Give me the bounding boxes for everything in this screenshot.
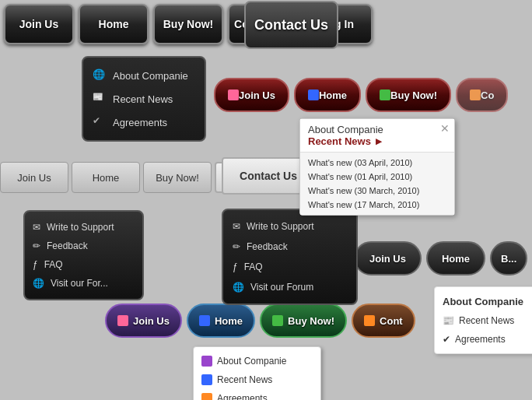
mail-icon2: ✉ <box>233 221 240 232</box>
pencil-icon2: ✏ <box>233 241 240 252</box>
dd5-agreements[interactable]: Agreements <box>194 389 320 400</box>
dd2-about-title: About Companie <box>308 124 446 135</box>
check-icon2: ✔ <box>443 334 450 345</box>
btn-home-gray[interactable]: Home <box>72 162 140 193</box>
sub-feedback[interactable]: ✏ Feedback <box>25 237 142 255</box>
btn-home-red[interactable]: Home <box>294 78 361 112</box>
btn-buy-dark2[interactable]: B... <box>490 241 527 275</box>
btn-home-top[interactable]: Home <box>79 4 149 44</box>
dd1-news[interactable]: 📰 Recent News <box>83 87 205 111</box>
dd1-agreements[interactable]: ✔ Agreements <box>83 111 205 134</box>
dd4-recent-news[interactable]: 📰 Recent News <box>435 311 532 330</box>
buy-color-icon <box>272 315 283 326</box>
join-color-icon <box>117 315 128 326</box>
dropdown-about: 🌐 About Companie 📰 Recent News ✔ Agreeme… <box>82 56 206 142</box>
btn-contact-red[interactable]: Co <box>456 78 508 112</box>
btn-join-color[interactable]: Join Us <box>105 304 182 338</box>
check-icon: ✔ <box>93 115 107 129</box>
btn-join-red[interactable]: Join Us <box>214 78 289 112</box>
dropdown-bottom-right: About Companie 📰 Recent News ✔ Agreement… <box>434 286 532 354</box>
btn-join-dark2[interactable]: Join Us <box>354 241 422 275</box>
contact-icon-red <box>470 89 481 100</box>
dd1-about[interactable]: 🌐 About Companie <box>83 64 205 87</box>
btn-buy-red[interactable]: Buy Now! <box>366 78 451 112</box>
dd2-header: About Companie Recent News ▶ <box>300 119 454 152</box>
news-item-1[interactable]: What's new (03 April, 2010) <box>300 156 454 170</box>
forum-icon2: 🌐 <box>233 282 244 293</box>
sub-faq[interactable]: ƒ FAQ <box>25 255 142 274</box>
contact-submenu-left: ✉ Write to Support ✏ Feedback ƒ FAQ 🌐 Vi… <box>23 210 144 300</box>
forum-icon: 🌐 <box>33 278 44 289</box>
dd3-faq[interactable]: ƒ FAQ <box>223 257 356 277</box>
close-button[interactable]: ✕ <box>440 122 450 135</box>
join-icon <box>228 89 239 100</box>
dd3-write-support[interactable]: ✉ Write to Support <box>223 216 356 237</box>
btn-buy-gray[interactable]: Buy Now! <box>143 162 212 193</box>
btn-home-dark2[interactable]: Home <box>426 241 485 275</box>
btn-contact-color[interactable]: Cont <box>352 304 415 338</box>
pencil-icon: ✏ <box>33 240 40 251</box>
contact-color-icon <box>364 315 375 326</box>
color-nav-row: Join Us Home Buy Now! Cont <box>105 304 415 338</box>
home-color-icon <box>199 315 210 326</box>
dd3-feedback[interactable]: ✏ Feedback <box>223 237 356 257</box>
news-icon3 <box>201 374 212 385</box>
dropdown-bottom-center: About Companie Recent News Agreements <box>193 346 321 400</box>
btn-join-gray[interactable]: Join Us <box>0 162 68 193</box>
sub-write-support[interactable]: ✉ Write to Support <box>25 218 142 237</box>
dd2-news-list: What's new (03 April, 2010) What's new (… <box>300 152 454 215</box>
dd5-about[interactable]: About Companie <box>194 352 320 370</box>
dd2-news-label[interactable]: Recent News ▶ <box>308 135 446 147</box>
bottom-dark-row: Join Us Home B... <box>354 241 527 275</box>
contact-submenu-right: ✉ Write to Support ✏ Feedback ƒ FAQ 🌐 Vi… <box>222 209 358 305</box>
buy-icon <box>380 89 390 100</box>
dd4-title: About Companie <box>435 292 532 311</box>
home-icon <box>308 89 319 100</box>
contact-us-top-heading[interactable]: Contact Us <box>244 1 338 49</box>
btn-join-us-top[interactable]: Join Us <box>4 4 74 44</box>
faq-icon2: ƒ <box>233 261 238 272</box>
agreements-icon <box>201 393 212 400</box>
news-item-4[interactable]: What's new (17 March, 2010) <box>300 198 454 212</box>
mail-icon: ✉ <box>33 222 40 233</box>
globe-icon: 🌐 <box>93 68 107 82</box>
arrow-right-icon: ▶ <box>376 137 382 146</box>
dd3-forum[interactable]: 🌐 Visit our Forum <box>223 277 356 297</box>
news-icon2: 📰 <box>443 315 454 326</box>
news-icon: 📰 <box>93 92 107 106</box>
btn-buy-top[interactable]: Buy Now! <box>153 4 223 44</box>
red-nav-row: Join Us Home Buy Now! Co <box>214 78 508 112</box>
btn-home-color[interactable]: Home <box>187 304 255 338</box>
dd5-news[interactable]: Recent News <box>194 370 320 389</box>
news-item-3[interactable]: What's new (30 March, 2010) <box>300 184 454 198</box>
btn-buy-color[interactable]: Buy Now! <box>260 304 347 338</box>
sub-forum[interactable]: 🌐 Visit our For... <box>25 274 142 293</box>
about-icon <box>201 356 212 367</box>
news-item-2[interactable]: What's new (01 April, 2010) <box>300 170 454 184</box>
faq-icon: ƒ <box>33 259 38 270</box>
dd4-agreements[interactable]: ✔ Agreements <box>435 330 532 349</box>
dropdown-recent-news: ✕ About Companie Recent News ▶ What's ne… <box>299 118 455 216</box>
